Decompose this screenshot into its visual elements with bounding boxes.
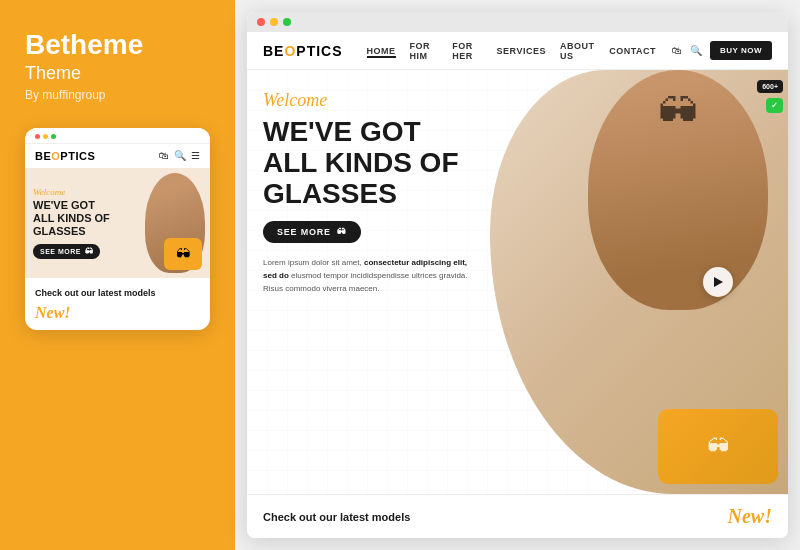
left-sidebar: Betheme Theme By muffingroup BEOPTICS 🛍 …	[0, 0, 235, 550]
mobile-hero-text: Welcome WE'VE GOT ALL KINDS OF GLASSES S…	[25, 179, 118, 267]
mobile-welcome-text: Welcome	[33, 187, 110, 197]
nav-link-forher[interactable]: FOR HER	[452, 41, 482, 61]
counter-badge: 600+	[757, 80, 783, 93]
mobile-nav-icons: 🛍 🔍 ☰	[159, 150, 200, 161]
desktop-dot-yellow	[270, 18, 278, 26]
hero-heading: WE'VE GOT ALL KINDS OF GLASSES	[263, 117, 474, 209]
desktop-navbar: BEOPTICS HOME FOR HIM FOR HER SERVICES A…	[247, 32, 788, 70]
nav-links: HOME FOR HIM FOR HER SERVICES ABOUT US C…	[367, 41, 656, 61]
cart-icon[interactable]: 🛍	[672, 45, 682, 56]
mobile-navbar: BEOPTICS 🛍 🔍 ☰	[25, 144, 210, 168]
mobile-yellow-card: 🕶	[164, 238, 202, 270]
checkmark-icon: ✓	[771, 101, 778, 110]
mobile-dot-red	[35, 134, 40, 139]
new-label: New!	[728, 505, 772, 528]
green-badge: ✓	[766, 98, 783, 113]
nav-link-forhim[interactable]: FOR HIM	[410, 41, 439, 61]
mobile-check-text: Check out our latest models	[25, 278, 210, 302]
hero-right-image: 🕶 600+ ✓ 🕶	[490, 70, 788, 494]
hero-description: Lorem ipsum dolor sit amet, consectetur …	[263, 257, 474, 295]
mobile-search-icon: 🔍	[174, 150, 186, 161]
mobile-new-label: New!	[25, 302, 210, 330]
play-button[interactable]	[703, 267, 733, 297]
nav-link-home[interactable]: HOME	[367, 46, 396, 56]
right-panel: BEOPTICS HOME FOR HIM FOR HER SERVICES A…	[235, 0, 800, 550]
mobile-mockup: BEOPTICS 🛍 🔍 ☰ Welcome WE'VE GOT ALL KIN…	[25, 128, 210, 330]
mobile-dot-yellow	[43, 134, 48, 139]
mobile-hero: Welcome WE'VE GOT ALL KINDS OF GLASSES S…	[25, 168, 210, 278]
yellow-card-glasses-icon: 🕶	[707, 434, 729, 460]
search-icon[interactable]: 🔍	[690, 45, 702, 56]
desktop-bottom-section: Check out our latest models New!	[247, 494, 788, 538]
hero-left-content: Welcome WE'VE GOT ALL KINDS OF GLASSES S…	[247, 70, 490, 494]
mobile-see-more-button[interactable]: SEE MORE 🕶	[33, 244, 100, 259]
mobile-hero-heading: WE'VE GOT ALL KINDS OF GLASSES	[33, 199, 110, 239]
check-out-text: Check out our latest models	[263, 511, 410, 523]
hero-welcome-text: Welcome	[263, 90, 474, 111]
mobile-logo: BEOPTICS	[35, 150, 95, 162]
mobile-menu-icon: ☰	[191, 150, 200, 161]
desktop-titlebar	[247, 12, 788, 32]
yellow-card: 🕶	[658, 409, 778, 484]
brand-title: Betheme	[25, 30, 143, 61]
desktop-dot-green	[283, 18, 291, 26]
nav-link-contact[interactable]: CONTACT	[609, 46, 656, 56]
person-glasses-icon: 🕶	[658, 90, 698, 135]
desktop-logo: BEOPTICS	[263, 43, 343, 59]
mobile-glasses-icon: 🕶	[85, 247, 94, 256]
nav-link-services[interactable]: SERVICES	[497, 46, 546, 56]
mobile-window-controls	[35, 134, 56, 139]
desktop-mockup: BEOPTICS HOME FOR HIM FOR HER SERVICES A…	[247, 12, 788, 538]
desktop-dot-red	[257, 18, 265, 26]
yellow-card-inner: 🕶	[658, 409, 778, 484]
hero-person-image: 🕶	[588, 70, 768, 310]
brand-subtitle: Theme	[25, 63, 81, 84]
see-more-button[interactable]: SEE MORE 🕶	[263, 221, 361, 243]
glasses-icon: 🕶	[337, 227, 347, 237]
mobile-card-glasses: 🕶	[176, 246, 190, 262]
mobile-cart-icon: 🛍	[159, 150, 169, 161]
nav-right-controls: 🛍 🔍 BUY NOW	[672, 41, 772, 60]
buy-now-button[interactable]: BUY NOW	[710, 41, 772, 60]
nav-link-about[interactable]: ABOUT US	[560, 41, 595, 61]
brand-by: By muffingroup	[25, 88, 106, 102]
desktop-hero: Welcome WE'VE GOT ALL KINDS OF GLASSES S…	[247, 70, 788, 494]
mobile-dot-green	[51, 134, 56, 139]
mobile-titlebar	[25, 128, 210, 144]
play-triangle-icon	[714, 277, 723, 287]
